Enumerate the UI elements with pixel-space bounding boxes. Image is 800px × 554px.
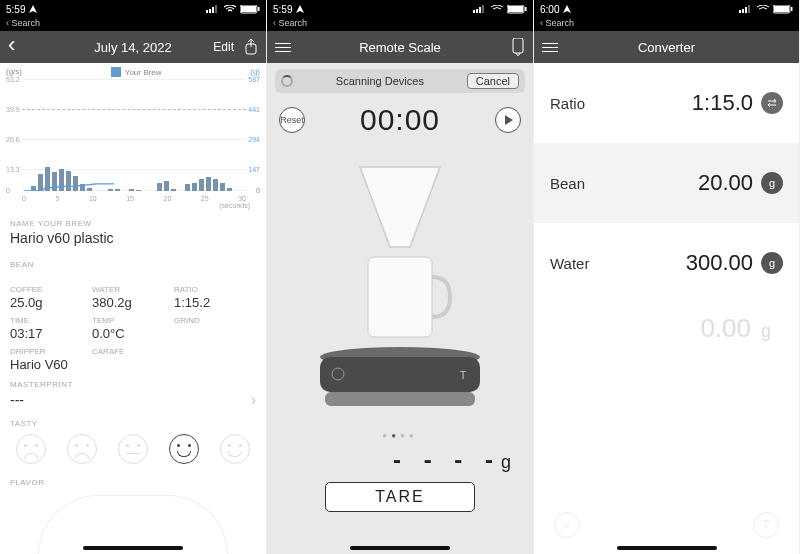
menu-button[interactable]: [542, 43, 558, 52]
remote-scale-screen: 5:59 Search Remote Scale Scanning Device…: [267, 0, 534, 554]
bean-value[interactable]: [0, 271, 266, 285]
ratio-label: Ratio: [550, 95, 585, 112]
stats-row-1: COFFEE25.0g WATER380.2g RATIO1:15.2: [0, 285, 266, 310]
home-indicator[interactable]: [617, 546, 717, 550]
svg-rect-27: [774, 6, 789, 12]
svg-rect-22: [739, 10, 741, 13]
svg-rect-8: [473, 10, 475, 13]
location-icon: [29, 5, 37, 13]
location-icon: [296, 5, 304, 13]
svg-rect-24: [745, 7, 747, 13]
confirm-icon[interactable]: ✓: [554, 512, 580, 538]
back-to-search[interactable]: Search: [0, 18, 266, 31]
status-bar: 5:59: [267, 0, 533, 18]
stats-row-2: TIME03:17 TEMP0.0°C GRIND: [0, 316, 266, 341]
face-sad[interactable]: [67, 434, 97, 464]
water-value: 380.2g: [92, 295, 174, 310]
wifi-icon: [491, 5, 503, 13]
back-button[interactable]: [8, 40, 15, 55]
svg-rect-25: [748, 5, 750, 13]
coffee-value: 25.0g: [10, 295, 92, 310]
ratio-value: 1:15.2: [174, 295, 256, 310]
bean-label: Bean: [550, 175, 585, 192]
location-icon: [563, 5, 571, 13]
svg-rect-28: [791, 7, 793, 11]
back-to-search[interactable]: Search: [267, 18, 533, 31]
edit-button[interactable]: Edit: [213, 40, 234, 54]
water-row[interactable]: Water 300.00g: [534, 223, 799, 303]
spinner-icon: [281, 75, 293, 87]
svg-text:T: T: [460, 370, 466, 381]
bean-row[interactable]: Bean 20.00g: [534, 143, 799, 223]
signal-icon: [473, 5, 487, 13]
svg-rect-3: [215, 5, 217, 13]
cancel-button[interactable]: Cancel: [467, 73, 519, 89]
stats-row-3: DRIPPERHario V60 CARAFE: [0, 347, 266, 372]
water-unit[interactable]: g: [761, 252, 783, 274]
svg-rect-0: [206, 10, 208, 13]
menu-button[interactable]: [275, 43, 291, 52]
home-indicator[interactable]: [83, 546, 183, 550]
signal-icon: [739, 5, 753, 13]
bean-value: 20.00: [698, 170, 753, 196]
svg-rect-23: [742, 9, 744, 13]
battery-icon: [240, 5, 260, 14]
scanning-banner: Scanning Devices Cancel: [275, 69, 525, 93]
svg-rect-13: [508, 6, 523, 12]
play-button[interactable]: [495, 107, 521, 133]
svg-rect-10: [479, 7, 481, 13]
face-happy[interactable]: [169, 434, 199, 464]
nav-bar: July 14, 2022 Edit: [0, 31, 266, 63]
battery-icon: [773, 5, 793, 14]
face-very-sad[interactable]: [16, 434, 46, 464]
water-label: Water: [550, 255, 589, 272]
face-very-happy[interactable]: [220, 434, 250, 464]
page-title: Remote Scale: [267, 40, 533, 55]
nav-bar: Converter: [534, 31, 799, 63]
ratio-value: 1:15.0: [692, 90, 753, 116]
chart-line: [24, 101, 114, 191]
scale-icon[interactable]: [511, 38, 525, 56]
share-icon[interactable]: [244, 39, 258, 55]
time-value: 03:17: [10, 326, 92, 341]
brew-name[interactable]: Hario v60 plastic: [0, 230, 266, 250]
masterprint-row[interactable]: --- ›: [0, 391, 266, 409]
face-neutral[interactable]: [118, 434, 148, 464]
page-dots[interactable]: ●●●●: [267, 431, 533, 440]
battery-icon: [507, 5, 527, 14]
wifi-icon: [224, 5, 236, 13]
clock: 5:59: [6, 4, 25, 15]
scale-illustration: T: [290, 147, 510, 427]
bean-label: BEAN: [0, 250, 266, 271]
svg-rect-9: [476, 9, 478, 13]
tare-icon[interactable]: T: [753, 512, 779, 538]
chart-legend: Your Brew: [111, 67, 162, 77]
converter-screen: 6:00 Search Converter Ratio 1:15.0 Bean …: [534, 0, 800, 554]
svg-rect-11: [482, 5, 484, 13]
name-label: NAME YOUR BREW: [0, 209, 266, 230]
reset-button[interactable]: Reset: [279, 107, 305, 133]
swap-icon[interactable]: [761, 92, 783, 114]
ratio-row[interactable]: Ratio 1:15.0: [534, 63, 799, 143]
wifi-icon: [757, 5, 769, 13]
x-axis-label: (seconds): [6, 202, 260, 209]
nav-bar: Remote Scale: [267, 31, 533, 63]
extra-unit: g: [761, 321, 771, 341]
tare-button[interactable]: TARE: [325, 482, 475, 512]
bean-unit[interactable]: g: [761, 172, 783, 194]
svg-rect-16: [368, 257, 432, 337]
status-bar: 5:59: [0, 0, 266, 18]
play-icon: [503, 115, 513, 125]
dripper-value: Hario V60: [10, 357, 92, 372]
chevron-right-icon: ›: [251, 391, 256, 409]
water-value: 300.00: [686, 250, 753, 276]
home-indicator[interactable]: [350, 546, 450, 550]
page-title: Converter: [534, 40, 799, 55]
temp-value: 0.0°C: [92, 326, 174, 341]
status-bar: 6:00: [534, 0, 799, 18]
timer-display: 00:00: [360, 103, 440, 137]
back-to-search[interactable]: Search: [534, 18, 799, 31]
svg-rect-1: [209, 9, 211, 13]
clock: 5:59: [273, 4, 292, 15]
weight-display: - - - -g: [267, 440, 533, 474]
